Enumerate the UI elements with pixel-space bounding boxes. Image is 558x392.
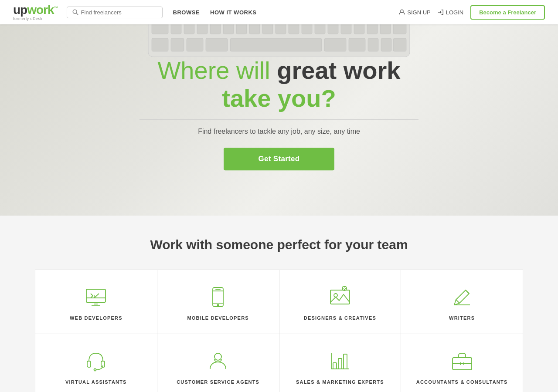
logo-subtext: formerly oDesk <box>13 17 43 21</box>
search-bar[interactable] <box>67 7 163 18</box>
agent-icon <box>207 350 229 372</box>
svg-rect-32 <box>393 38 406 51</box>
search-input[interactable] <box>81 9 157 16</box>
sign-up-link[interactable]: SIGN UP <box>399 9 430 16</box>
categories-grid: WEB DEVELOPERS MOBILE DEVELOPERS <box>35 270 523 392</box>
svg-rect-55 <box>87 361 91 367</box>
logo[interactable]: upwork™ formerly oDesk <box>13 4 58 21</box>
become-freelancer-button[interactable]: Become a Freelancer <box>470 5 545 20</box>
svg-line-37 <box>94 294 99 298</box>
svg-rect-39 <box>213 287 223 307</box>
svg-rect-43 <box>215 289 221 290</box>
svg-line-52 <box>466 290 469 294</box>
hero-section: Where will great work take you? Find fre… <box>0 0 558 216</box>
hero-title: Where will great work take you? <box>126 57 432 113</box>
category-label: WEB DEVELOPERS <box>70 315 122 321</box>
category-label: SALES & MARKETING EXPERTS <box>296 379 384 385</box>
hero-divider <box>140 119 418 120</box>
svg-point-58 <box>214 353 221 360</box>
hero-subtitle: Find freelancers to tackle any job, any … <box>126 128 432 135</box>
category-label: MOBILE DEVELOPERS <box>187 315 248 321</box>
category-sales-marketing-experts[interactable]: SALES & MARKETING EXPERTS <box>279 334 401 392</box>
category-mobile-developers[interactable]: MOBILE DEVELOPERS <box>157 270 279 334</box>
auth-links: SIGN UP LOGIN Become a Freelancer <box>399 5 545 20</box>
monitor-code-icon <box>85 286 107 308</box>
pen-icon <box>451 286 473 308</box>
login-link[interactable]: LOGIN <box>438 9 463 16</box>
design-icon <box>329 286 351 308</box>
nav-how-it-works[interactable]: HOW IT WORKS <box>210 9 256 16</box>
svg-rect-30 <box>368 38 378 51</box>
login-icon <box>438 9 444 15</box>
chart-icon <box>329 350 351 372</box>
category-label: VIRTUAL ASSISTANTS <box>65 379 127 385</box>
category-label: CUSTOMER SERVICE AGENTS <box>177 379 259 385</box>
section-title: Work with someone perfect for your team <box>35 237 523 252</box>
user-icon <box>399 9 405 15</box>
svg-rect-23 <box>152 38 168 51</box>
category-customer-service-agents[interactable]: CUSTOMER SERVICE AGENTS <box>157 334 279 392</box>
category-label: DESIGNERS & CREATIVES <box>304 315 376 321</box>
logo-wordmark: upwork™ <box>13 4 58 16</box>
category-label: WRITERS <box>449 315 475 321</box>
svg-rect-62 <box>338 358 342 369</box>
svg-rect-25 <box>187 38 203 51</box>
svg-rect-31 <box>381 38 391 51</box>
header: upwork™ formerly oDesk BROWSE HOW IT WOR… <box>0 0 558 24</box>
svg-rect-24 <box>171 38 184 51</box>
category-web-developers[interactable]: WEB DEVELOPERS <box>35 270 157 334</box>
category-writers[interactable]: WRITERS <box>401 270 523 334</box>
svg-rect-44 <box>330 290 350 304</box>
svg-line-1 <box>76 13 78 15</box>
category-label: ACCOUNTANTS & CONSULTANTS <box>416 379 508 385</box>
svg-point-42 <box>218 304 219 306</box>
search-icon <box>72 9 78 15</box>
get-started-button[interactable]: Get Started <box>224 148 335 170</box>
svg-rect-63 <box>344 354 347 369</box>
svg-rect-28 <box>324 38 346 51</box>
svg-point-57 <box>94 369 96 371</box>
headset-icon <box>85 350 107 372</box>
hero-content: Where will great work take you? Find fre… <box>126 57 432 171</box>
svg-rect-27 <box>230 38 322 51</box>
category-virtual-assistants[interactable]: VIRTUAL ASSISTANTS <box>35 334 157 392</box>
category-accountants-consultants[interactable]: ACCOUNTANTS & CONSULTANTS <box>401 334 523 392</box>
categories-section: Work with someone perfect for your team … <box>0 216 558 392</box>
nav: BROWSE HOW IT WORKS <box>173 9 257 16</box>
svg-rect-61 <box>333 363 337 369</box>
mobile-icon <box>207 286 229 308</box>
category-designers-creatives[interactable]: DESIGNERS & CREATIVES <box>279 270 401 334</box>
svg-rect-33 <box>86 289 105 302</box>
svg-rect-26 <box>206 38 228 51</box>
svg-rect-29 <box>349 38 365 51</box>
svg-point-0 <box>73 10 77 14</box>
nav-browse[interactable]: BROWSE <box>173 9 200 16</box>
briefcase-icon <box>451 350 473 372</box>
